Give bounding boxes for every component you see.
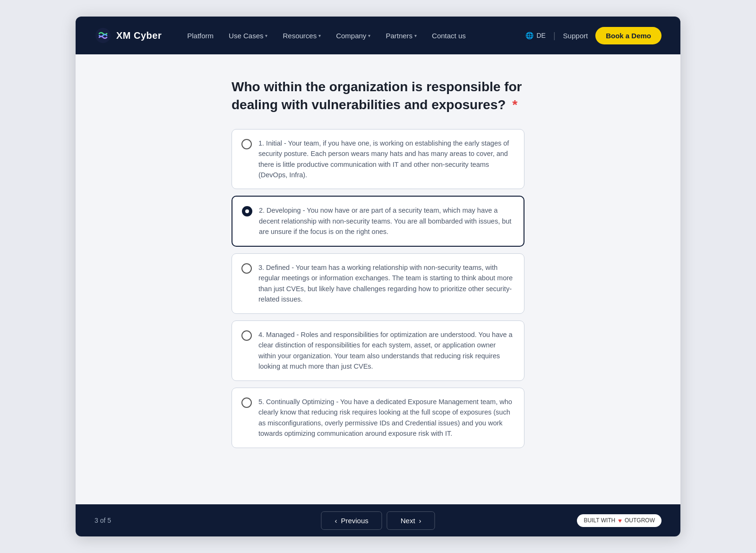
page-indicator: 3 of 5 bbox=[94, 517, 111, 524]
chevron-down-icon: ▾ bbox=[414, 33, 417, 38]
option-1[interactable]: 1. Initial - Your team, if you have one,… bbox=[232, 129, 524, 190]
chevron-left-icon: ‹ bbox=[335, 517, 337, 525]
nav-item-partners[interactable]: Partners ▾ bbox=[379, 28, 423, 43]
chevron-right-icon: › bbox=[419, 517, 421, 525]
option-4-text: 4. Managed - Roles and responsibilities … bbox=[258, 329, 515, 372]
option-5-text: 5. Continually Optimizing - You have a d… bbox=[258, 397, 515, 439]
option-5[interactable]: 5. Continually Optimizing - You have a d… bbox=[232, 388, 524, 448]
logo-text: XM Cyber bbox=[116, 30, 162, 41]
radio-2 bbox=[242, 206, 252, 216]
option-3[interactable]: 3. Defined - Your team has a working rel… bbox=[232, 253, 524, 314]
heart-icon: ♥ bbox=[618, 517, 622, 524]
support-link[interactable]: Support bbox=[563, 32, 588, 40]
options-list: 1. Initial - Your team, if you have one,… bbox=[232, 129, 524, 448]
xm-cyber-logo-icon bbox=[94, 27, 112, 44]
question-area: Who within the organization is responsib… bbox=[232, 78, 524, 448]
next-button[interactable]: Next › bbox=[387, 511, 435, 530]
book-demo-button[interactable]: Book a Demo bbox=[595, 27, 662, 44]
main-content: Who within the organization is responsib… bbox=[76, 54, 680, 504]
footer-nav-buttons: ‹ Previous Next › bbox=[321, 511, 435, 530]
nav-item-usecases[interactable]: Use Cases ▾ bbox=[222, 28, 274, 43]
nav-item-resources[interactable]: Resources ▾ bbox=[276, 28, 327, 43]
nav-divider: | bbox=[553, 31, 556, 41]
logo-area[interactable]: XM Cyber bbox=[94, 27, 162, 44]
required-star: * bbox=[512, 97, 517, 112]
previous-button[interactable]: ‹ Previous bbox=[321, 511, 382, 530]
option-2-text: 2. Developing - You now have or are part… bbox=[259, 205, 514, 237]
nav-links: Platform Use Cases ▾ Resources ▾ Company… bbox=[180, 28, 525, 43]
radio-5 bbox=[241, 397, 252, 408]
built-with-badge: BUILT WITH ♥ OUTGROW bbox=[577, 514, 662, 527]
radio-4 bbox=[241, 330, 252, 341]
footer: 3 of 5 ‹ Previous Next › BUILT WITH ♥ OU… bbox=[76, 504, 680, 536]
option-4[interactable]: 4. Managed - Roles and responsibilities … bbox=[232, 320, 524, 381]
nav-right: 🌐 DE | Support Book a Demo bbox=[525, 27, 662, 44]
nav-item-contact[interactable]: Contact us bbox=[425, 28, 472, 43]
nav-item-platform[interactable]: Platform bbox=[180, 28, 220, 43]
question-title: Who within the organization is responsib… bbox=[232, 78, 524, 114]
chevron-down-icon: ▾ bbox=[368, 33, 370, 38]
radio-1 bbox=[241, 139, 252, 149]
chevron-down-icon: ▾ bbox=[265, 33, 267, 38]
radio-3 bbox=[241, 263, 252, 274]
option-3-text: 3. Defined - Your team has a working rel… bbox=[258, 262, 515, 305]
navbar: XM Cyber Platform Use Cases ▾ Resources … bbox=[76, 17, 680, 54]
main-window: XM Cyber Platform Use Cases ▾ Resources … bbox=[76, 17, 680, 536]
nav-item-company[interactable]: Company ▾ bbox=[329, 28, 377, 43]
globe-icon: 🌐 bbox=[525, 32, 533, 39]
language-selector[interactable]: 🌐 DE bbox=[525, 32, 545, 39]
option-2[interactable]: 2. Developing - You now have or are part… bbox=[232, 196, 524, 246]
chevron-down-icon: ▾ bbox=[318, 33, 321, 38]
option-1-text: 1. Initial - Your team, if you have one,… bbox=[258, 138, 515, 181]
